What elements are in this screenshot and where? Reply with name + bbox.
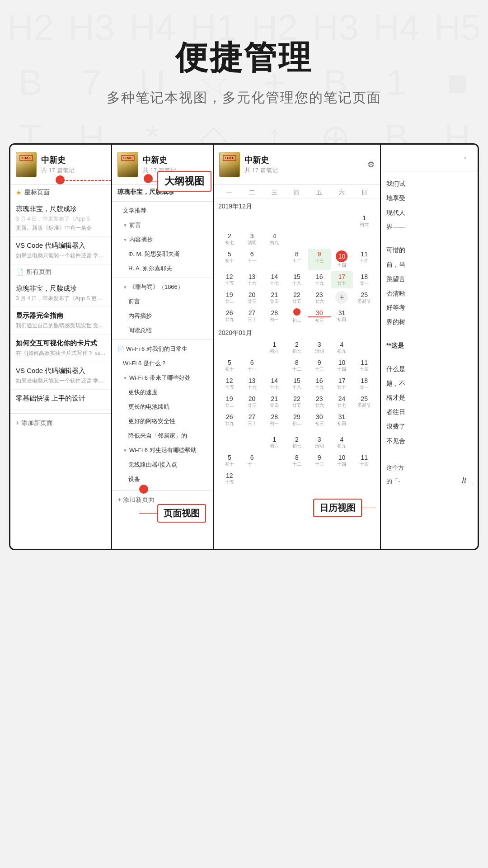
- cal-cell-plus[interactable]: +: [331, 289, 353, 307]
- cal-cell-jan4[interactable]: 4初九: [331, 339, 353, 356]
- cal-cell-p1[interactable]: 1初六: [263, 434, 286, 451]
- cal-cell-jan24[interactable]: 24廿七: [331, 393, 353, 410]
- cal-cell-jan21[interactable]: 21廿四: [263, 393, 286, 410]
- add-page-button-list[interactable]: + 添加新页面: [10, 413, 111, 433]
- list-item-5[interactable]: 如何交互可视化你的卡片式 在《[如何高效实践卡片式写作？ sspai.com/p…: [10, 335, 111, 362]
- cal-cell-13[interactable]: 13十六: [241, 271, 263, 288]
- cal-cell-jan17[interactable]: 17廿十: [331, 375, 353, 392]
- outline-section-2[interactable]: ▼ 前言: [112, 218, 213, 232]
- cal-cell[interactable]: [263, 249, 286, 270]
- outline-section-3[interactable]: ▼ 内容摘抄: [112, 232, 213, 247]
- outline-wifi-sub5[interactable]: 无线路由器/接入点: [112, 458, 213, 472]
- outline-wifi-sub6[interactable]: 设备: [112, 472, 213, 486]
- cal-cell-jan11[interactable]: 11十四: [353, 357, 375, 374]
- cal-cell-5[interactable]: 5初十: [218, 249, 241, 270]
- cal-cell-jan2[interactable]: 2初七: [286, 339, 308, 356]
- cal-cell-6[interactable]: 6十一: [241, 249, 263, 270]
- cal-cell[interactable]: [353, 307, 375, 326]
- cal-cell-20[interactable]: 20廿三: [241, 289, 263, 307]
- outline-item-2[interactable]: 📄 Wi-Fi 6 对我们的日常生: [112, 342, 213, 356]
- cal-cell-p9[interactable]: 9十三: [308, 452, 331, 469]
- cal-cell-jan6[interactable]: 6十一: [241, 357, 263, 374]
- cal-cell-15[interactable]: 15十八: [286, 271, 308, 288]
- cal-cell-28[interactable]: 28初一: [263, 307, 286, 326]
- cal-cell-17[interactable]: 17廿十: [331, 271, 353, 288]
- cal-cell-jan9[interactable]: 9十三: [308, 357, 331, 374]
- cal-cell[interactable]: [353, 434, 375, 451]
- cal-cell[interactable]: [241, 434, 263, 451]
- cal-cell-jan25[interactable]: 25圣诞节: [353, 393, 375, 410]
- cal-cell-22[interactable]: 22廿五: [286, 289, 308, 307]
- outline-wifi-s1[interactable]: Wi-Fi 6 是什么？: [112, 356, 213, 371]
- cal-cell-jan1[interactable]: 1初六: [263, 339, 286, 356]
- cal-cell-14[interactable]: 14十七: [263, 271, 286, 288]
- cal-cell-p8[interactable]: 8十二: [286, 452, 308, 469]
- outline-section-1[interactable]: 文学推荐: [112, 203, 213, 218]
- cal-cell[interactable]: [263, 357, 286, 374]
- list-item-4[interactable]: 显示器完全指南 我们通过自己的眼睛感受现实世 受着毫无束缚的视野与绚烂缤纷: [10, 307, 111, 335]
- cal-cell-12[interactable]: 12十五: [218, 271, 241, 288]
- cal-cell-p3[interactable]: 3清明: [308, 434, 331, 451]
- outline-wifi-s2[interactable]: ▼ Wi-Fi 6 带来了哪些好处: [112, 371, 213, 385]
- cal-cell-jan29[interactable]: 29初二: [286, 411, 308, 429]
- cal-cell[interactable]: [353, 411, 375, 429]
- cal-cell[interactable]: [331, 212, 353, 230]
- list-item-3[interactable]: 琼瑰非宝，尺牍成珍 3 月 4 日，苹果发布了《App S 更新。新版《标准》中…: [10, 280, 111, 307]
- cal-cell[interactable]: [218, 339, 241, 356]
- cal-cell-9[interactable]: 9十三: [308, 249, 331, 270]
- cal-cell-26[interactable]: 26廿九: [218, 307, 241, 326]
- cal-cell-jan26[interactable]: 26廿九: [218, 411, 241, 429]
- cal-cell-jan12[interactable]: 12十五: [218, 375, 241, 392]
- cal-cell-p4[interactable]: 4初九: [331, 434, 353, 451]
- cal-cell[interactable]: [331, 231, 353, 248]
- cal-cell[interactable]: [241, 212, 263, 230]
- list-item-7[interactable]: 零基础快读 上手的设计: [10, 390, 111, 410]
- cal-cell-jan15[interactable]: 15十八: [286, 375, 308, 392]
- cal-cell-10[interactable]: 10十四: [331, 249, 353, 270]
- cal-cell[interactable]: [286, 231, 308, 248]
- cal-cell-p12[interactable]: 12十五: [218, 470, 241, 487]
- cal-cell[interactable]: [263, 452, 286, 469]
- cal-cell[interactable]: [218, 212, 241, 230]
- cal-cell[interactable]: [308, 231, 331, 248]
- outline-wifi-sub2[interactable]: 更长的电池续航: [112, 400, 213, 414]
- cal-cell-jan16[interactable]: 16十九: [308, 375, 331, 392]
- cal-cell[interactable]: [353, 339, 375, 356]
- gear-icon[interactable]: ⚙: [367, 160, 375, 170]
- cal-cell-4[interactable]: 4初九: [263, 231, 286, 248]
- cal-cell-jan27[interactable]: 27三十: [241, 411, 263, 429]
- cal-cell-jan30[interactable]: 30初三: [308, 411, 331, 429]
- cal-cell[interactable]: [353, 231, 375, 248]
- cal-cell-25[interactable]: 25圣诞节: [353, 289, 375, 307]
- cal-cell-p6[interactable]: 6十一: [241, 452, 263, 469]
- cal-cell-p2[interactable]: 2初七: [286, 434, 308, 451]
- list-item-1[interactable]: 琼瑰非宝，尺牍成珍 3 月 4 日，苹果发布了《App S 更新。新版《标准》中…: [10, 200, 111, 237]
- cal-cell-jan5[interactable]: 5初十: [218, 357, 241, 374]
- cal-cell-jan28[interactable]: 28初一: [263, 411, 286, 429]
- cal-cell-p5[interactable]: 5初十: [218, 452, 241, 469]
- cal-cell-jan18[interactable]: 18廿一: [353, 375, 375, 392]
- cal-cell-p11[interactable]: 11十四: [353, 452, 375, 469]
- cal-cell-29[interactable]: 初二: [286, 307, 308, 326]
- cal-cell[interactable]: [241, 339, 263, 356]
- cal-cell-23[interactable]: 23廿六: [308, 289, 331, 307]
- cal-cell-18[interactable]: 18廿一: [353, 271, 375, 288]
- cal-cell-16[interactable]: 16十九: [308, 271, 331, 288]
- cal-cell-3[interactable]: 3清明: [241, 231, 263, 248]
- outline-wifi-sub4[interactable]: 降低来自「邻居家」的: [112, 429, 213, 443]
- cal-cell[interactable]: [218, 434, 241, 451]
- cal-cell-jan13[interactable]: 13十六: [241, 375, 263, 392]
- cal-cell-1[interactable]: 1初六: [353, 212, 375, 230]
- cal-cell-8[interactable]: 8十二: [286, 249, 308, 270]
- cal-cell-jan10[interactable]: 10十四: [331, 357, 353, 374]
- cal-cell-19[interactable]: 19廿二: [218, 289, 241, 307]
- cal-cell-jan23[interactable]: 23廿六: [308, 393, 331, 410]
- cal-cell-jan20[interactable]: 20廿三: [241, 393, 263, 410]
- cal-cell-jan22[interactable]: 22廿五: [286, 393, 308, 410]
- back-arrow-icon[interactable]: ←: [462, 152, 472, 164]
- cal-cell-30[interactable]: 30初三: [308, 307, 331, 326]
- cal-cell[interactable]: [286, 212, 308, 230]
- cal-cell-p10[interactable]: 10十四: [331, 452, 353, 469]
- outline-wifi-sub1[interactable]: 更快的速度: [112, 385, 213, 400]
- cal-cell-jan8[interactable]: 8十二: [286, 357, 308, 374]
